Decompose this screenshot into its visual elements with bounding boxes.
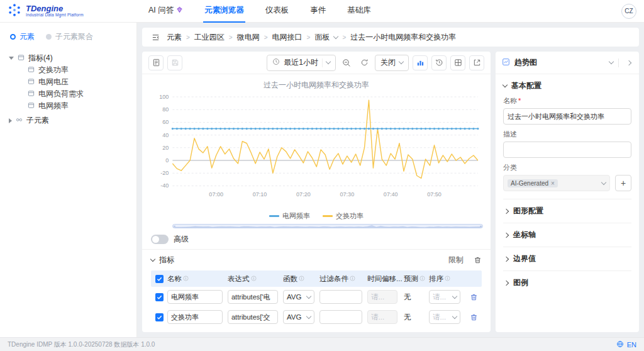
close-select[interactable]: 关闭 [375, 55, 409, 71]
forecast-value[interactable]: 无 [404, 313, 411, 321]
nav-base-library[interactable]: 基础库 [346, 0, 372, 23]
tree-node-metrics-group[interactable]: 指标(4) [9, 52, 130, 64]
document-icon[interactable] [148, 55, 164, 70]
chip-close-icon[interactable]: × [551, 180, 555, 187]
section-graph-config[interactable]: 图形配置 [503, 199, 631, 223]
chevron-down-icon[interactable] [609, 59, 614, 64]
sidebar-tab-element[interactable]: 元素 [10, 31, 35, 42]
row-checkbox[interactable] [155, 313, 164, 321]
time-range-select[interactable]: 最近1小时 [267, 55, 336, 71]
status-bar: TDengine IDMP 版本 1.0.0-20250728 数据版本 1.0… [0, 337, 644, 351]
tree-node-metric[interactable]: 电网负荷需求 [9, 88, 130, 100]
select-all-checkbox[interactable] [155, 275, 164, 283]
legend-item[interactable]: 电网频率 [269, 211, 310, 221]
save-icon[interactable] [167, 55, 182, 70]
breadcrumb-item[interactable]: 微电网 [237, 32, 260, 43]
sidebar-tab-label: 元素 [19, 31, 35, 42]
expand-panel-button[interactable] [624, 56, 634, 70]
metric-name-input[interactable] [167, 310, 223, 324]
chevron-down-icon[interactable] [150, 257, 155, 262]
delete-section-icon[interactable] [474, 256, 482, 264]
info-icon [445, 275, 450, 282]
category-row: AI-Generated × + [503, 175, 631, 191]
chart-name-input[interactable] [503, 108, 631, 125]
breadcrumb-item-panel[interactable]: 面板 [314, 32, 330, 43]
time-offset-select[interactable]: 请... [367, 310, 397, 324]
menu-fold-icon[interactable] [148, 30, 162, 44]
metric-name-input[interactable] [167, 290, 223, 304]
function-select[interactable]: AVG [283, 310, 314, 324]
breadcrumb-item[interactable]: 工业园区 [194, 32, 225, 43]
section-legend[interactable]: 图例 [503, 270, 631, 294]
expression-input[interactable] [228, 290, 278, 304]
filter-input[interactable] [319, 290, 362, 304]
sort-select[interactable]: 请... [429, 290, 460, 304]
brush-handle-right[interactable] [480, 226, 482, 226]
sort-select[interactable]: 请... [429, 310, 460, 324]
tree-node-subelement[interactable]: 子元素 [9, 114, 130, 126]
basic-config-section[interactable]: 基本配置 [503, 81, 631, 91]
info-icon [419, 275, 425, 282]
metric-icon [28, 102, 35, 111]
breadcrumb-separator: > [186, 34, 190, 41]
body-row: 元素 子元素聚合 指标(4) 交换功率 [0, 23, 644, 337]
section-axes[interactable]: 坐标轴 [503, 223, 631, 247]
brush-handle-left[interactable] [174, 226, 175, 226]
forecast-value[interactable]: 无 [404, 293, 411, 301]
bar-chart-icon[interactable] [413, 55, 428, 70]
description-input[interactable] [503, 142, 631, 158]
export-icon[interactable] [469, 55, 484, 70]
limit-button[interactable]: 限制 [448, 255, 464, 265]
nav-element-browser[interactable]: 元素浏览器 [203, 0, 245, 23]
tree-node-metric[interactable]: 电网电压 [9, 76, 130, 88]
nav-label: 元素浏览器 [204, 5, 244, 16]
nav-dashboard[interactable]: 仪表板 [264, 0, 291, 23]
config-panel-title: 趋势图 [514, 57, 537, 68]
time-brush-scrollbar[interactable] [172, 224, 483, 228]
breadcrumb-item[interactable]: 元素 [167, 32, 182, 43]
add-category-button[interactable]: + [615, 175, 631, 191]
filter-input[interactable] [319, 310, 362, 324]
tree-node-label: 电网负荷需求 [38, 89, 84, 99]
time-offset-select[interactable]: 请... [367, 290, 397, 304]
sidebar-tab-subelement-aggregate[interactable]: 子元素聚合 [46, 31, 93, 42]
chevron-down-icon[interactable] [333, 33, 338, 38]
chevron-down-icon [306, 313, 311, 318]
caret-down-icon[interactable] [9, 57, 14, 60]
legend-item[interactable]: 交换功率 [323, 211, 364, 221]
refresh-icon[interactable] [357, 56, 371, 70]
chevron-down-icon [601, 179, 606, 184]
chart-title: 过去一小时电网频率和交换功率 [142, 74, 491, 92]
delete-row-icon[interactable] [470, 313, 478, 321]
tree-node-metric[interactable]: 电网频率 [9, 100, 130, 112]
col-header: 函数 [283, 274, 297, 284]
nav-ai-qa[interactable]: AI 问答 [147, 0, 184, 23]
svg-text:07:10: 07:10 [253, 191, 267, 198]
expression-input[interactable] [228, 310, 278, 324]
brand[interactable]: TDengine Industrial Data Mgmt Platform [8, 3, 137, 19]
function-value: AVG [287, 293, 301, 301]
tree-node-metric[interactable]: 交换功率 [9, 64, 130, 76]
function-select[interactable]: AVG [283, 290, 314, 304]
category-tag-select[interactable]: AI-Generated × [503, 175, 610, 191]
table-view-icon[interactable] [450, 55, 465, 70]
label-text: 名称 [503, 97, 517, 104]
metric-group-icon [18, 54, 25, 63]
language-selector[interactable]: EN [616, 340, 636, 349]
info-icon [299, 275, 304, 282]
advanced-toggle[interactable] [151, 235, 169, 244]
section-boundary[interactable]: 边界值 [503, 247, 631, 270]
time-range-value: 最近1小时 [284, 57, 318, 68]
user-avatar[interactable]: CZ [621, 4, 636, 19]
row-checkbox[interactable] [155, 293, 164, 301]
history-icon[interactable] [431, 55, 447, 70]
zoom-out-icon[interactable] [340, 56, 353, 70]
svg-text:07:50: 07:50 [427, 191, 441, 198]
caret-right-icon[interactable] [9, 118, 12, 123]
breadcrumb-separator: > [342, 34, 346, 41]
trend-chart: -40-2002040608010007:0007:1007:2007:3007… [150, 92, 483, 211]
nav-events[interactable]: 事件 [309, 0, 327, 23]
breadcrumb-item[interactable]: 电网接口 [272, 32, 303, 43]
breadcrumb-separator: > [307, 34, 311, 41]
delete-row-icon[interactable] [470, 293, 478, 301]
